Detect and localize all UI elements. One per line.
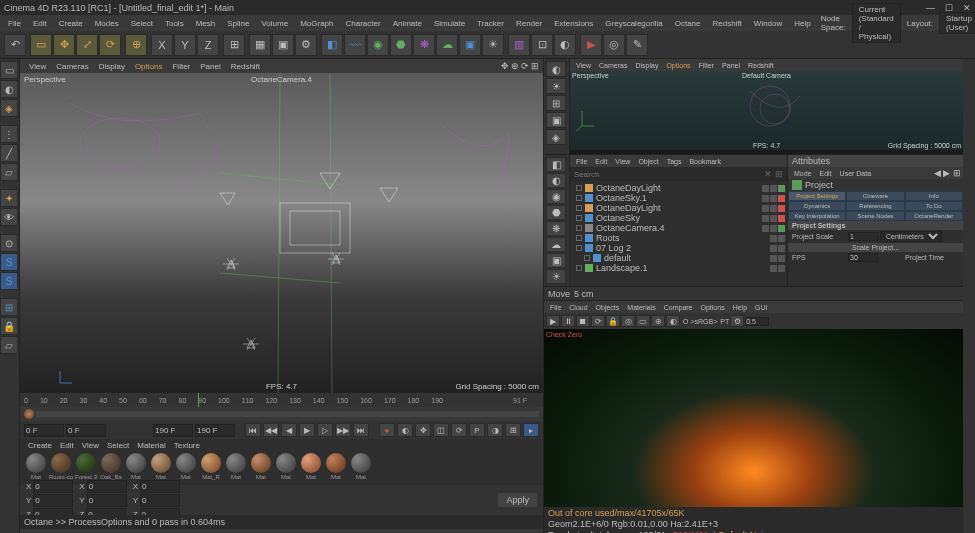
- timeline-ruler[interactable]: 0 10 20 30 40 50 60 70 80 90 100 110 120…: [20, 393, 543, 407]
- vp-nav-zoom-icon[interactable]: ⊕: [511, 61, 519, 71]
- lv-settings-icon[interactable]: ⚙: [730, 315, 744, 327]
- goto-end-button[interactable]: ⏭: [353, 423, 369, 437]
- render-view[interactable]: Check Zero: [544, 329, 963, 507]
- lv-focus-icon[interactable]: ⊕: [651, 315, 665, 327]
- menu-tools[interactable]: Tools: [159, 17, 190, 30]
- axis-z[interactable]: Z: [197, 34, 219, 56]
- texture-mode[interactable]: ◐: [0, 80, 18, 98]
- obj-icon-4[interactable]: ⬣: [546, 205, 566, 220]
- obj-icon-2[interactable]: ◐: [546, 173, 566, 188]
- material-thumb[interactable]: Oak_Ba: [99, 453, 123, 483]
- material-thumb[interactable]: Mat: [149, 453, 173, 483]
- start-frame-input[interactable]: [24, 424, 64, 437]
- secondary-viewport[interactable]: View Cameras Display Options Filter Pane…: [570, 59, 963, 154]
- record-key-button[interactable]: ●: [379, 423, 395, 437]
- size-y-input[interactable]: [87, 494, 127, 507]
- vp-nav-rotate-icon[interactable]: ⟳: [521, 61, 529, 71]
- vp-nav-max-icon[interactable]: ⊞: [531, 61, 539, 71]
- undo-button[interactable]: ↶: [4, 34, 26, 56]
- obj-view[interactable]: View: [611, 158, 634, 165]
- tab-dynamics[interactable]: Dynamics: [788, 201, 846, 211]
- extrude-generator[interactable]: ⬣: [390, 34, 412, 56]
- layout-dropdown[interactable]: Startup (User): [939, 12, 975, 34]
- subdiv-generator[interactable]: ◉: [367, 34, 389, 56]
- key-scale-button[interactable]: ◫: [433, 423, 449, 437]
- tab-key-interp[interactable]: Key Interpolation: [788, 211, 846, 221]
- snap-settings-1[interactable]: S: [0, 253, 18, 271]
- project-scale-input[interactable]: [848, 232, 878, 241]
- menu-volume[interactable]: Volume: [255, 17, 294, 30]
- poly-mode[interactable]: ▱: [0, 163, 18, 181]
- vp-options[interactable]: Options: [130, 61, 168, 72]
- tree-item[interactable]: OctaneSky: [572, 213, 785, 223]
- lv-pick-icon[interactable]: ◎: [621, 315, 635, 327]
- workplane-lock[interactable]: ⊞: [0, 298, 18, 316]
- marker-dot[interactable]: [24, 409, 34, 419]
- lv-region-icon[interactable]: ▭: [636, 315, 650, 327]
- menu-edit[interactable]: Edit: [27, 17, 53, 30]
- menu-help[interactable]: Help: [788, 17, 816, 30]
- menu-tracker[interactable]: Tracker: [471, 17, 510, 30]
- deformer[interactable]: ❋: [413, 34, 435, 56]
- lv-kernel[interactable]: PT: [720, 318, 729, 325]
- r-icon-5[interactable]: ◈: [546, 129, 566, 145]
- command-button[interactable]: ▸: [523, 423, 539, 437]
- tab-project-settings[interactable]: Project Settings: [788, 191, 846, 201]
- octane-icon[interactable]: ✎: [626, 34, 648, 56]
- point-mode[interactable]: ⋮: [0, 125, 18, 143]
- tree-item[interactable]: OctaneDayLight: [572, 183, 785, 193]
- menu-create[interactable]: Create: [53, 17, 89, 30]
- axis-mode[interactable]: ✦: [0, 189, 18, 207]
- obj-file[interactable]: File: [572, 158, 591, 165]
- vp-view[interactable]: View: [24, 61, 51, 72]
- search-clear-icon[interactable]: ✕ ⊞: [764, 169, 783, 179]
- lv-refresh-icon[interactable]: ⟳: [591, 315, 605, 327]
- lv-objects[interactable]: Objects: [592, 304, 624, 311]
- tree-item[interactable]: 07 Log 2: [572, 243, 785, 253]
- vp-redshift[interactable]: Redshift: [226, 61, 265, 72]
- obj-icon-8[interactable]: ☀: [546, 269, 566, 284]
- r-icon-3[interactable]: ⊞: [546, 95, 566, 111]
- apply-button[interactable]: Apply: [498, 493, 537, 507]
- spline-primitive[interactable]: 〰: [344, 34, 366, 56]
- next-key-button[interactable]: ▶▶: [335, 423, 351, 437]
- rot-x-input[interactable]: [140, 480, 180, 493]
- mat-material[interactable]: Material: [133, 441, 169, 450]
- lv-file[interactable]: File: [546, 304, 565, 311]
- window-minimize[interactable]: —: [926, 3, 935, 13]
- menu-animate[interactable]: Animate: [387, 17, 428, 30]
- material-thumb[interactable]: Mat: [124, 453, 148, 483]
- vp-display[interactable]: Display: [94, 61, 130, 72]
- material-thumb[interactable]: Mat: [324, 453, 348, 483]
- menu-mograph[interactable]: MoGraph: [294, 17, 339, 30]
- obj-edit[interactable]: Edit: [591, 158, 611, 165]
- menu-file[interactable]: File: [2, 17, 27, 30]
- tab-scene-nodes[interactable]: Scene Nodes: [846, 211, 904, 221]
- tag-tool[interactable]: ◐: [554, 34, 576, 56]
- menu-spline[interactable]: Spline: [221, 17, 255, 30]
- material-thumb[interactable]: Forest 3: [74, 453, 98, 483]
- lv-cloud[interactable]: Cloud: [565, 304, 591, 311]
- attr-nav-icon[interactable]: ◀ ▶ ⊞: [934, 168, 961, 178]
- tab-info[interactable]: Info: [905, 191, 963, 201]
- camera-object[interactable]: ▣: [459, 34, 481, 56]
- material-thumb[interactable]: Mat: [249, 453, 273, 483]
- material-thumb[interactable]: Roots-co: [49, 453, 73, 483]
- marker-bar[interactable]: [20, 407, 543, 421]
- attr-userdata[interactable]: User Data: [836, 170, 876, 177]
- material-thumb[interactable]: Mat: [224, 453, 248, 483]
- size-x-input[interactable]: [87, 480, 127, 493]
- obj-icon-6[interactable]: ☁: [546, 237, 566, 252]
- attr-mode[interactable]: Mode: [790, 170, 816, 177]
- menu-select[interactable]: Select: [125, 17, 159, 30]
- nodespace-dropdown[interactable]: Current (Standard / Physical): [852, 3, 901, 43]
- mvp-display[interactable]: Display: [631, 62, 662, 69]
- out-frame-input[interactable]: [153, 424, 193, 437]
- mat-texture[interactable]: Texture: [170, 441, 204, 450]
- recent-tool[interactable]: ⊕: [125, 34, 147, 56]
- menu-octane[interactable]: Octane: [669, 17, 707, 30]
- window-maximize[interactable]: ☐: [945, 3, 953, 13]
- lv-channel[interactable]: O >sRGB>: [681, 318, 719, 325]
- end-frame-input[interactable]: [195, 424, 235, 437]
- rotate-tool[interactable]: ⟳: [99, 34, 121, 56]
